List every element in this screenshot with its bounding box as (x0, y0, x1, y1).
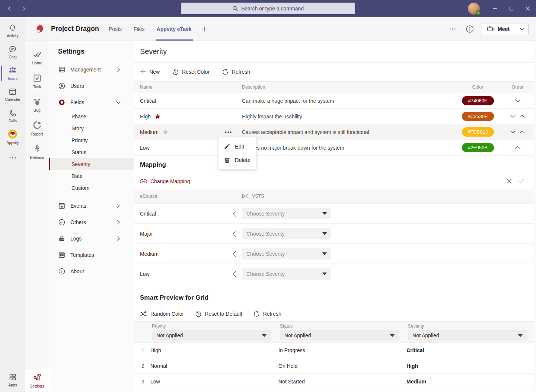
appvity-logo-icon (7, 129, 18, 139)
color-badge[interactable]: #C2530E (462, 112, 494, 121)
rail-item-activity[interactable]: Activity (0, 20, 25, 41)
module-home[interactable]: Home (25, 46, 49, 70)
forward-icon[interactable] (19, 4, 28, 13)
nav-sub-custom[interactable]: Custom (49, 182, 134, 194)
rail-item-calendar[interactable]: Calender (0, 84, 25, 105)
task-checkbox-icon (33, 74, 42, 83)
choose-severity-dropdown[interactable]: Choose Severity (242, 228, 331, 239)
move-up-icon[interactable] (519, 115, 525, 118)
edit-menu-item[interactable]: Edit (218, 140, 256, 153)
nav-sub-date[interactable]: Date (49, 170, 134, 182)
rail-item-apps[interactable]: Apps (0, 369, 25, 391)
rail-label: Teams (7, 77, 18, 81)
column-header-vsts: VSTS (242, 194, 264, 199)
settings-main-panel: Severity New Reset Color (134, 41, 536, 392)
avatar[interactable] (468, 3, 480, 15)
color-badge[interactable]: #2F950B (462, 143, 494, 152)
back-icon[interactable] (5, 4, 14, 13)
rail-item-teams[interactable]: Teams (0, 63, 25, 84)
minimize-button[interactable] (487, 0, 503, 17)
rail-item-appvity[interactable]: Appvity (0, 126, 25, 147)
choose-severity-dropdown[interactable]: Choose Severity (242, 208, 331, 219)
info-icon[interactable] (465, 24, 475, 34)
module-release[interactable]: Release (25, 140, 49, 163)
new-button[interactable]: New (140, 69, 160, 75)
meet-button[interactable]: Meet (482, 23, 529, 35)
nav-item-logs[interactable]: LOG Logs (49, 230, 134, 247)
module-report[interactable]: Report (25, 117, 49, 140)
color-badge[interactable]: #FDB813 (462, 127, 494, 137)
chevron-right-icon (115, 219, 122, 226)
nav-sub-story[interactable]: Story (49, 122, 134, 134)
rail-item-calls[interactable]: Calls (0, 105, 25, 126)
module-bug[interactable]: Bug (25, 93, 49, 117)
change-mapping-link[interactable]: Change Mapping (140, 178, 190, 184)
refresh-button[interactable]: Refresh (222, 69, 250, 75)
cancel-x-icon[interactable] (507, 178, 512, 184)
nav-sub-phase[interactable]: Phase (49, 111, 134, 122)
move-down-icon[interactable] (510, 115, 516, 118)
rail-more-button[interactable] (0, 152, 25, 163)
color-badge[interactable]: #74060E (462, 96, 494, 105)
refresh-button[interactable]: Refresh (253, 311, 281, 317)
module-label: Settings (30, 384, 44, 388)
tab-posts[interactable]: Posts (108, 17, 123, 41)
tab-appvity-etask[interactable]: Appvity eTask (156, 17, 193, 41)
search-input[interactable]: Search or type a command (181, 3, 355, 14)
maximize-button[interactable] (503, 0, 520, 17)
mapping-row-medium: Medium Choose Severity (134, 244, 536, 264)
bell-icon (8, 23, 17, 32)
choose-severity-dropdown[interactable]: Choose Severity (242, 268, 331, 280)
header-more-icon[interactable] (447, 24, 458, 34)
delete-menu-item[interactable]: Delete (218, 153, 256, 167)
table-row-low[interactable]: Low Causes no major break-down for the s… (134, 140, 536, 156)
status-filter-group: Status Not Applied (280, 322, 399, 342)
meet-dropdown-button[interactable] (515, 23, 528, 35)
table-row-critical[interactable]: Critical Can make a huge impact for the … (134, 93, 536, 109)
tab-files[interactable]: Files (133, 17, 146, 41)
module-label: Bug (34, 108, 41, 112)
confirm-check-icon[interactable] (519, 178, 524, 184)
nav-item-management[interactable]: Management (49, 61, 134, 78)
preview-row-1: 1 High In Progress Critical (134, 342, 536, 358)
set-default-star-icon[interactable] (162, 129, 169, 135)
default-star-icon[interactable] (154, 114, 161, 119)
management-icon (58, 66, 66, 73)
move-up-icon[interactable] (519, 130, 525, 134)
more-ellipsis-icon (9, 157, 16, 159)
module-label: Home (32, 61, 42, 65)
move-down-icon[interactable] (510, 130, 516, 134)
table-row-medium[interactable]: Medium ••• Causes acceptable impact and … (134, 124, 536, 140)
random-color-button[interactable]: Random Color (140, 311, 184, 317)
reset-color-button[interactable]: Reset Color (172, 69, 210, 75)
choose-severity-dropdown[interactable]: Choose Severity (242, 248, 331, 259)
close-button[interactable] (520, 0, 536, 17)
module-settings[interactable]: Settings (25, 369, 49, 391)
move-up-icon[interactable] (515, 146, 521, 149)
module-task[interactable]: Task (25, 70, 49, 93)
table-row-high[interactable]: High Highly impact the usability #C2530E (134, 109, 536, 124)
nav-item-others[interactable]: Others (49, 214, 134, 230)
team-logo-icon (34, 23, 45, 35)
dropdown-caret-icon (322, 232, 327, 235)
nav-item-templates[interactable]: Templates (49, 247, 134, 263)
row-more-button[interactable]: ••• (225, 129, 232, 135)
rail-item-chat[interactable]: Chat (0, 41, 25, 63)
reset-to-default-button[interactable]: Reset to Default (195, 311, 242, 317)
nav-sub-priority[interactable]: Priority (49, 134, 134, 146)
add-tab-icon[interactable] (199, 24, 210, 34)
module-label: Task (33, 85, 41, 89)
nav-item-events[interactable]: Events (49, 198, 134, 214)
severity-filter-dropdown[interactable]: Not Applied (408, 330, 527, 341)
nav-item-fields[interactable]: Fields (49, 94, 134, 111)
nav-sub-status[interactable]: Status (49, 146, 134, 158)
vertical-scrollbar[interactable] (533, 41, 536, 392)
move-down-icon[interactable] (515, 99, 521, 102)
status-filter-dropdown[interactable]: Not Applied (280, 330, 399, 341)
nav-item-users[interactable]: Users (49, 78, 134, 94)
chevron-right-icon (115, 202, 122, 210)
priority-filter-dropdown[interactable]: Not Applied (152, 330, 271, 341)
nav-item-about[interactable]: About (49, 263, 134, 280)
app-rail: Activity Chat Teams Calender Calls (0, 17, 25, 392)
nav-sub-severity[interactable]: Severity (49, 158, 134, 170)
